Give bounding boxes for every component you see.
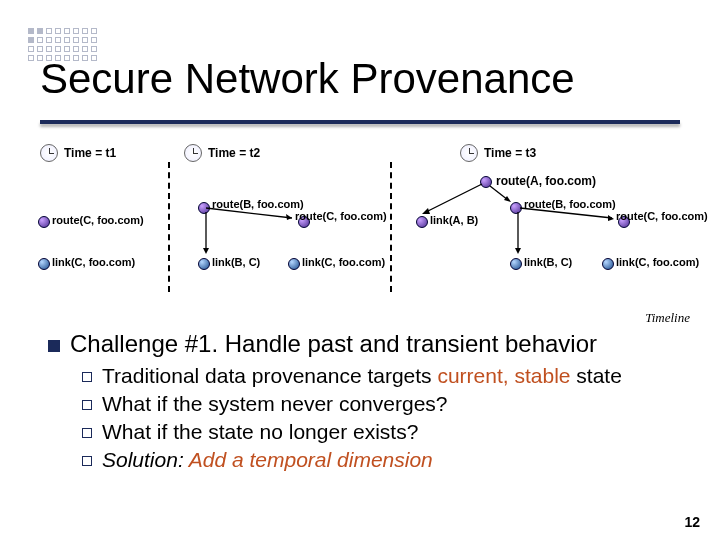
arrow-icon (514, 212, 526, 258)
divider-line (390, 162, 392, 292)
svg-line-6 (490, 186, 508, 200)
svg-line-4 (426, 184, 482, 212)
sub-bullet: What if the state no longer exists? (82, 420, 680, 444)
node-dot (288, 258, 300, 270)
sub-text-pre: Solution: (102, 448, 184, 471)
provenance-diagram: Time = t1 Time = t2 Time = t3 route(A, f… (20, 140, 710, 300)
time-label-t3: Time = t3 (484, 146, 536, 160)
sub-text-accent: current, stable (437, 364, 570, 387)
time-label-t2: Time = t2 (208, 146, 260, 160)
svg-marker-1 (286, 214, 292, 220)
node-dot (510, 258, 522, 270)
node-dot (602, 258, 614, 270)
bullet-box-icon (82, 428, 92, 438)
node-dot (198, 258, 210, 270)
node-dot (38, 258, 50, 270)
arrow-icon (202, 212, 214, 258)
svg-marker-3 (203, 248, 209, 254)
sub-text-accent: Add a temporal dimension (184, 448, 433, 471)
node-label: link(C, foo.com) (302, 256, 385, 268)
arrow-icon (488, 184, 516, 206)
arrow-icon (204, 206, 300, 222)
node-label: link(C, foo.com) (616, 256, 699, 268)
svg-line-0 (206, 208, 292, 218)
node-label: route(C, foo.com) (616, 210, 708, 222)
page-title: Secure Network Provenance (40, 55, 575, 103)
bullet-box-icon (82, 400, 92, 410)
sub-bullet: Traditional data provenance targets curr… (82, 364, 680, 388)
bullet-challenge: Challenge #1. Handle past and transient … (48, 330, 680, 358)
sub-text-post: state (571, 364, 622, 387)
svg-marker-9 (608, 215, 614, 221)
node-label: route(C, foo.com) (295, 210, 387, 222)
node-label: link(B, C) (524, 256, 572, 268)
sub-bullet: Solution: Add a temporal dimension (82, 448, 680, 472)
challenge-text: Challenge #1. Handle past and transient … (70, 330, 597, 358)
divider-line (168, 162, 170, 292)
sub-text: What if the state no longer exists? (102, 420, 418, 444)
time-label-t1: Time = t1 (64, 146, 116, 160)
clock-icon (40, 144, 58, 162)
title-underline (40, 120, 680, 124)
clock-icon (460, 144, 478, 162)
bullet-square-icon (48, 340, 60, 352)
svg-marker-11 (515, 248, 521, 254)
arrow-icon (518, 206, 620, 222)
clock-icon (184, 144, 202, 162)
node-dot (38, 216, 50, 228)
node-label: link(C, foo.com) (52, 256, 135, 268)
arrow-icon (418, 182, 486, 220)
node-label: route(C, foo.com) (52, 214, 144, 226)
bullet-box-icon (82, 372, 92, 382)
page-number: 12 (684, 514, 700, 530)
sub-text: Solution: Add a temporal dimension (102, 448, 433, 472)
svg-line-8 (520, 208, 612, 218)
bullet-box-icon (82, 456, 92, 466)
timeline-label: Timeline (645, 310, 690, 326)
body-content: Challenge #1. Handle past and transient … (48, 330, 680, 476)
sub-text: What if the system never converges? (102, 392, 448, 416)
sub-text-pre: Traditional data provenance targets (102, 364, 437, 387)
sub-text: Traditional data provenance targets curr… (102, 364, 622, 388)
svg-marker-5 (422, 208, 430, 214)
sub-bullet: What if the system never converges? (82, 392, 680, 416)
node-label: link(B, C) (212, 256, 260, 268)
